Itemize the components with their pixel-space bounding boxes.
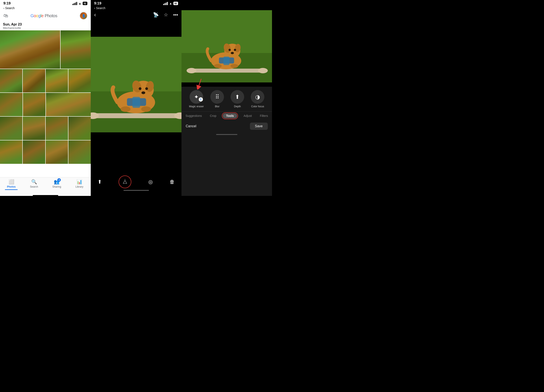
list-item[interactable] [0, 30, 60, 69]
viewer-bottom: ⬆ ⧊ ◎ 🗑 [91, 173, 182, 196]
back-bar[interactable]: ‹ Search [0, 6, 91, 11]
list-item[interactable] [0, 69, 22, 92]
nav-library[interactable]: 📊 Library [68, 179, 91, 190]
list-item[interactable] [60, 30, 91, 69]
share-icon[interactable]: ⬆ [98, 179, 102, 185]
list-item[interactable] [0, 117, 22, 140]
search-label: Search [30, 185, 38, 188]
magic-eraser-badge: 1 [199, 97, 203, 102]
red-arrow-icon [194, 78, 207, 89]
photos-label: Photos [7, 185, 16, 188]
wifi-icon: ▲ [78, 2, 81, 5]
cast-icon[interactable]: 📡 [153, 12, 159, 18]
avatar[interactable]: 👤 [80, 12, 87, 20]
grid-row [0, 117, 91, 140]
status-bar: 9:19 ▲ 92 [0, 0, 91, 6]
edit-actions: Cancel Save [182, 120, 272, 132]
library-label: Library [76, 185, 83, 188]
svg-point-9 [139, 87, 142, 90]
nav-search[interactable]: 🔍 Search [23, 179, 46, 190]
tools-section: ✦ 1 Magic eraser ⠿ Blur ⬆ Depth [182, 87, 272, 196]
sharing-label: Sharing [52, 185, 61, 188]
blur-tool[interactable]: ⠿ Blur [210, 90, 224, 108]
viewer-home-indicator [124, 190, 149, 191]
svg-point-15 [141, 106, 151, 112]
grid-row [0, 140, 91, 164]
date-label: Sun, Apr 23 Mechanicsville [0, 21, 91, 30]
tab-tools[interactable]: Tools [223, 113, 237, 118]
nav-sharing[interactable]: 👥 4 Sharing [46, 179, 68, 190]
status-icons: ▲ 92 [72, 2, 87, 5]
viewer-actions: 📡 ☆ ••• [153, 12, 178, 18]
viewer-status-bar: 9:19 ▲ 92 [91, 0, 182, 6]
magic-eraser-tool[interactable]: ✦ 1 Magic eraser [189, 90, 204, 108]
svg-point-10 [145, 87, 148, 90]
list-item[interactable] [46, 69, 68, 92]
save-button[interactable]: Save [250, 123, 268, 130]
depth-circle: ⬆ [231, 90, 244, 104]
tab-filters[interactable]: Filters [258, 113, 270, 118]
cancel-button[interactable]: Cancel [186, 124, 196, 128]
list-item[interactable] [46, 140, 68, 164]
lens-icon[interactable]: ◎ [148, 179, 153, 185]
list-item[interactable] [23, 69, 45, 92]
list-item[interactable] [68, 69, 91, 92]
list-item[interactable] [23, 140, 45, 164]
viewer-back-bar[interactable]: ‹ Search [91, 6, 182, 11]
svg-point-19 [187, 68, 196, 73]
bottom-nav: ⬜ Photos 🔍 Search 👥 4 Sharing 📊 Library [0, 177, 91, 194]
active-indicator [5, 189, 18, 190]
sliders-icon: ⧊ [123, 179, 127, 185]
depth-icon: ⬆ [235, 94, 240, 100]
viewer-toolbar: ‹ 📡 ☆ ••• [91, 11, 182, 20]
svg-line-32 [198, 79, 201, 88]
edit-home-indicator [216, 134, 237, 135]
magic-eraser-circle: ✦ [189, 90, 203, 104]
svg-rect-13 [132, 97, 140, 108]
viewer-back-chevron-icon: ‹ [94, 6, 95, 10]
tab-crop[interactable]: Crop [208, 113, 218, 118]
list-item[interactable] [68, 117, 91, 140]
depth-label: Depth [234, 105, 241, 108]
depth-tool[interactable]: ⬆ Depth [231, 90, 244, 108]
list-item[interactable] [0, 140, 22, 164]
list-item[interactable] [23, 117, 45, 140]
list-item[interactable] [46, 93, 91, 116]
svg-rect-29 [223, 57, 229, 65]
battery-indicator: 92 [83, 2, 87, 5]
library-icon: 📊 [77, 179, 82, 185]
nav-photos[interactable]: ⬜ Photos [0, 179, 23, 190]
date-text: Sun, Apr 23 [3, 23, 88, 26]
blur-label: Blur [215, 105, 219, 108]
photo-svg [91, 37, 182, 132]
color-focus-label: Color focus [251, 105, 264, 108]
shop-icon[interactable]: 🛍 [3, 13, 8, 18]
status-time: 9:19 [3, 1, 11, 6]
blur-icon: ⠿ [215, 94, 219, 100]
signal-icon [72, 2, 77, 5]
viewer-status-time: 9:19 [94, 1, 101, 6]
favorite-icon[interactable]: ☆ [164, 12, 168, 18]
delete-icon[interactable]: 🗑 [170, 179, 175, 185]
back-chevron-icon: ‹ [3, 6, 4, 10]
home-indicator [33, 195, 58, 196]
main-photo[interactable] [91, 37, 182, 132]
edit-panel: ✦ 1 Magic eraser ⠿ Blur ⬆ Depth [182, 0, 272, 196]
list-item[interactable] [68, 140, 91, 164]
color-focus-icon: ◑ [255, 94, 260, 100]
edit-button[interactable]: ⧊ [118, 176, 131, 188]
list-item[interactable] [0, 93, 23, 116]
color-focus-tool[interactable]: ◑ Color focus [251, 90, 264, 108]
svg-point-26 [234, 49, 236, 51]
list-item[interactable] [23, 93, 46, 116]
list-item[interactable] [46, 117, 68, 140]
blur-circle: ⠿ [210, 90, 224, 104]
back-label: Search [5, 6, 14, 10]
grid-row [0, 93, 91, 116]
more-options-icon[interactable]: ••• [173, 12, 178, 18]
tab-suggestions[interactable]: Suggestions [184, 113, 204, 118]
search-icon: 🔍 [31, 179, 37, 185]
tab-bar: Suggestions Crop Tools Adjust Filters [182, 111, 272, 120]
viewer-back-button[interactable]: ‹ [94, 12, 96, 18]
tab-adjust[interactable]: Adjust [242, 113, 254, 118]
